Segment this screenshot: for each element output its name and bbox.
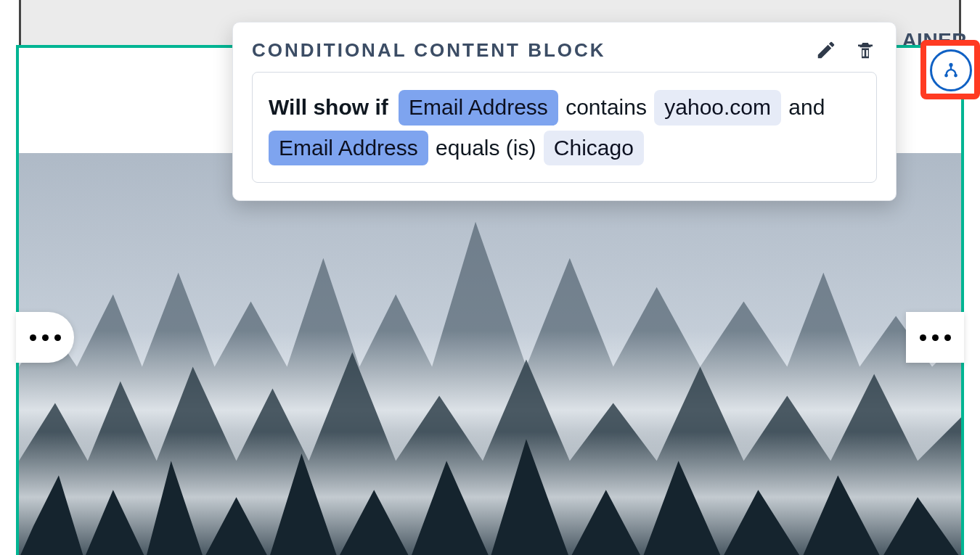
delete-button[interactable] xyxy=(854,38,877,62)
rule-field-2: Email Address xyxy=(269,131,428,166)
pencil-icon xyxy=(815,39,837,61)
rule-operator-2: equals (is) xyxy=(434,136,537,160)
svg-point-4 xyxy=(944,74,948,78)
rule-field-1: Email Address xyxy=(399,90,558,126)
svg-point-5 xyxy=(954,74,957,78)
hero-image xyxy=(19,153,961,555)
more-icon xyxy=(30,334,61,341)
block-handle-left[interactable] xyxy=(16,312,74,363)
block-handle-right[interactable] xyxy=(906,312,964,363)
conditional-content-popup: Conditional Content Block Will show if E… xyxy=(232,22,897,201)
rule-prefix: Will show if xyxy=(269,95,388,119)
rule-value-1: yahoo.com xyxy=(654,90,781,126)
edit-button[interactable] xyxy=(814,38,838,62)
trash-icon xyxy=(854,39,876,61)
rule-conjunction: and xyxy=(787,95,826,119)
conditional-block-indicator[interactable] xyxy=(926,45,976,96)
condition-rule-summary: Will show if Email Address contains yaho… xyxy=(252,72,877,183)
popup-title: Conditional Content Block xyxy=(252,39,606,62)
rule-operator-1: contains xyxy=(564,95,648,119)
rule-value-2: Chicago xyxy=(544,131,644,166)
branch-icon xyxy=(942,61,960,80)
more-icon xyxy=(920,334,951,341)
